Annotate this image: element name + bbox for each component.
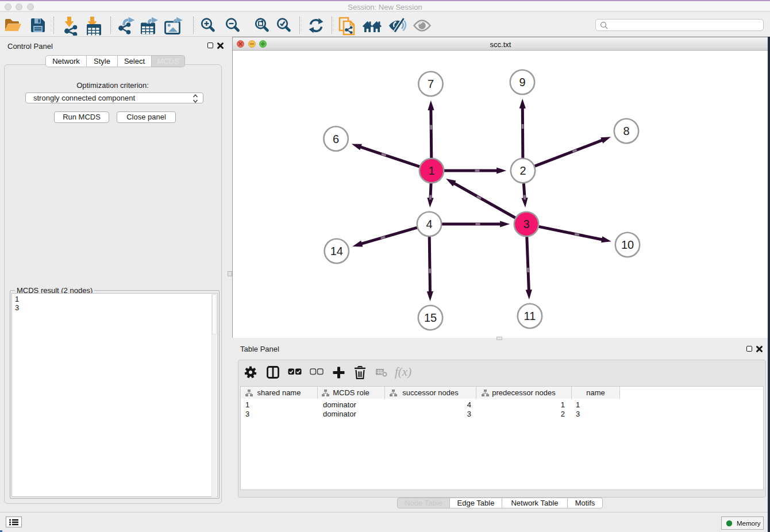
svg-text:3: 3 xyxy=(523,218,529,230)
svg-text:1: 1 xyxy=(428,164,434,177)
svg-text:9: 9 xyxy=(519,76,525,88)
svg-text:4: 4 xyxy=(426,218,432,230)
svg-text:10: 10 xyxy=(621,238,634,251)
svg-text:2: 2 xyxy=(519,164,526,177)
svg-text:7: 7 xyxy=(428,78,434,90)
svg-text:15: 15 xyxy=(424,311,437,324)
svg-text:6: 6 xyxy=(333,133,339,145)
svg-text:14: 14 xyxy=(330,245,343,257)
svg-text:11: 11 xyxy=(524,310,536,322)
svg-text:8: 8 xyxy=(623,125,629,137)
